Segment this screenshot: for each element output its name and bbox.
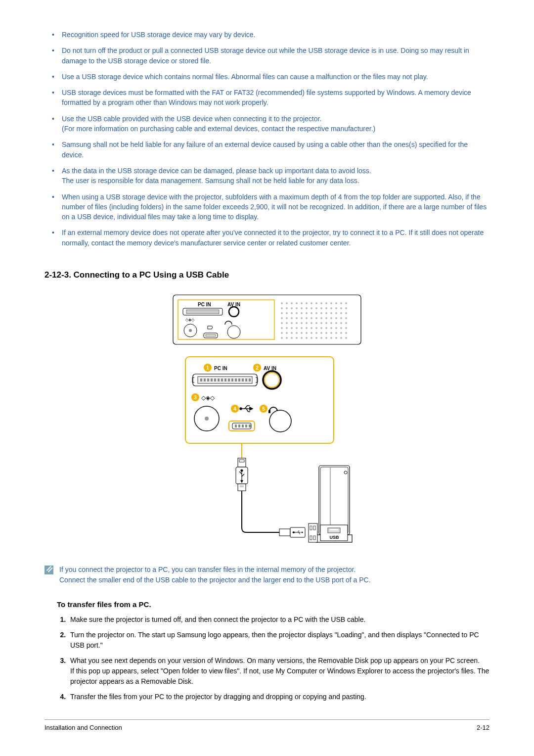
svg-rect-140 [235,378,237,381]
svg-point-117 [320,337,322,339]
svg-point-70 [296,322,298,324]
svg-point-178 [302,532,303,533]
svg-point-166 [269,410,291,432]
svg-point-38 [345,307,347,309]
notice-item: Use the USB cable provided with the USB … [44,114,490,134]
svg-point-54 [286,317,288,319]
steps-list: Make sure the projector is turned off, a… [57,614,490,702]
step-item: Turn the projector on. The start up Sams… [68,630,490,651]
svg-point-91 [330,327,332,329]
svg-point-146 [265,373,279,387]
svg-point-7 [189,329,192,332]
svg-point-13 [291,302,293,304]
svg-point-75 [320,322,322,324]
pc-tower: USB [309,466,352,542]
svg-rect-159 [242,425,244,427]
step-item: Make sure the projector is turned off, a… [68,614,490,625]
svg-point-115 [311,337,312,339]
svg-point-17 [311,302,312,304]
svg-rect-164 [268,410,270,413]
svg-point-58 [306,317,308,319]
pc-usb-label: USB [329,535,339,540]
svg-point-32 [315,307,317,309]
svg-point-29 [301,307,303,309]
svg-point-114 [306,337,308,339]
svg-point-36 [335,307,337,309]
svg-point-68 [286,322,288,324]
svg-point-92 [335,327,337,329]
notice-item: When using a USB storage device with the… [44,192,490,222]
svg-point-34 [325,307,327,309]
svg-point-42 [296,312,298,314]
svg-point-93 [340,327,342,329]
svg-point-83 [291,327,293,329]
svg-point-18 [315,302,317,304]
svg-point-56 [296,317,298,319]
svg-point-44 [306,312,308,314]
svg-point-105 [330,332,332,334]
svg-point-119 [330,337,332,339]
notice-item: Samsung shall not be held liable for any… [44,140,490,160]
svg-point-37 [340,307,342,309]
svg-rect-3 [186,310,219,314]
svg-text:2: 2 [256,365,259,371]
svg-point-99 [301,332,303,334]
notice-item: As the data in the USB storage device ca… [44,166,490,186]
svg-point-85 [301,327,303,329]
svg-point-22 [335,302,337,304]
svg-point-116 [315,337,317,339]
svg-point-46 [315,312,317,314]
svg-point-80 [345,322,347,324]
svg-point-14 [296,302,298,304]
svg-point-113 [301,337,303,339]
svg-point-97 [291,332,293,334]
svg-rect-157 [235,425,237,427]
svg-rect-137 [224,378,226,381]
svg-point-45 [311,312,312,314]
svg-point-64 [335,317,337,319]
notice-list: Recognition speed for USB storage device… [44,30,490,248]
svg-point-27 [291,307,293,309]
svg-point-108 [345,332,347,334]
svg-point-52 [345,312,347,314]
svg-point-102 [315,332,317,334]
svg-rect-181 [320,467,348,533]
svg-point-10 [227,326,240,338]
svg-point-47 [320,312,322,314]
svg-point-60 [315,317,317,319]
svg-rect-136 [221,378,223,381]
svg-rect-9 [206,334,216,336]
page-content: Recognition speed for USB storage device… [0,0,534,746]
svg-point-82 [286,327,288,329]
svg-rect-144 [249,378,251,381]
svg-rect-131 [204,378,206,381]
svg-point-154 [240,408,242,410]
svg-point-69 [291,322,293,324]
svg-rect-160 [245,425,247,427]
svg-point-98 [296,332,298,334]
section-heading: 2-12-3. Connecting to a PC Using a USB C… [44,270,490,280]
svg-point-66 [345,317,347,319]
svg-point-57 [301,317,303,319]
svg-point-90 [325,327,327,329]
svg-point-100 [306,332,308,334]
notice-item: If an external memory device does not op… [44,228,490,248]
note-text: If you connect the projector to a PC, yo… [59,565,371,585]
svg-point-28 [296,307,298,309]
svg-point-72 [306,322,308,324]
svg-point-112 [296,337,298,339]
svg-point-101 [311,332,312,334]
svg-rect-135 [218,378,220,381]
svg-point-33 [320,307,322,309]
svg-rect-143 [245,378,247,381]
svg-point-53 [281,317,283,319]
projector-rear-small: PC IN AV IN ◇◈◇ [173,295,361,344]
svg-point-20 [325,302,327,304]
svg-rect-158 [238,425,240,427]
svg-point-65 [340,317,342,319]
info-note: If you connect the projector to a PC, yo… [44,565,490,585]
svg-point-172 [241,470,243,472]
svg-point-103 [320,332,322,334]
svg-rect-130 [200,378,202,381]
svg-point-78 [335,322,337,324]
